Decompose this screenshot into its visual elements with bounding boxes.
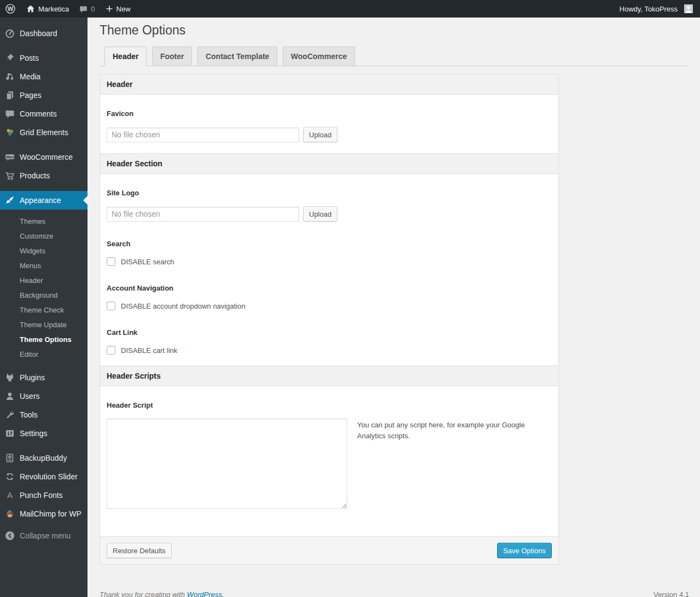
account-navigation-group: Account Navigation DISABLE account dropd… xyxy=(107,284,552,310)
home-icon xyxy=(26,4,36,14)
sidebar-item-media[interactable]: Media xyxy=(0,67,88,86)
sidebar-item-woocommerce[interactable]: Woo WooCommerce xyxy=(0,148,88,166)
submenu-item-customize[interactable]: Customize xyxy=(0,229,88,244)
sidebar-item-label: Tools xyxy=(20,410,38,419)
site-name-link[interactable]: Marketica xyxy=(21,0,74,18)
site-logo-upload-button[interactable]: Upload xyxy=(303,206,337,222)
disable-cart-link-checkbox[interactable] xyxy=(107,346,115,355)
comment-bubble-icon xyxy=(79,4,88,14)
settings-icon xyxy=(4,428,15,439)
svg-text:W: W xyxy=(7,6,13,12)
sidebar-item-revolution-slider[interactable]: Revolution Slider xyxy=(0,467,88,486)
page-title: Theme Options xyxy=(100,18,689,40)
appearance-submenu: Themes Customize Widgets Menus Header Ba… xyxy=(0,210,88,368)
save-options-button[interactable]: Save Options xyxy=(497,543,552,558)
collapse-menu-button[interactable]: Collapse menu xyxy=(0,526,88,545)
site-name-label: Marketica xyxy=(38,5,69,13)
submenu-item-theme-update[interactable]: Theme Update xyxy=(0,317,88,332)
appearance-brush-icon xyxy=(4,195,15,206)
favicon-group: Favicon Upload xyxy=(107,109,552,142)
theme-options-panel: Header Favicon Upload Header Section Sit… xyxy=(100,74,559,565)
submenu-item-themes[interactable]: Themes xyxy=(0,214,88,229)
restore-defaults-button[interactable]: Restore Defaults xyxy=(107,543,172,558)
sidebar-item-label: Users xyxy=(20,392,40,401)
site-logo-group: Site Logo Upload xyxy=(107,189,552,222)
sidebar-item-plugins[interactable]: Plugins xyxy=(0,368,88,387)
sidebar-item-posts[interactable]: Posts xyxy=(0,49,88,67)
svg-text:Woo: Woo xyxy=(6,155,14,159)
collapse-arrow-icon xyxy=(4,530,15,541)
footer-version: Version 4.1 xyxy=(654,590,689,597)
disable-search-checkbox[interactable] xyxy=(107,257,115,266)
section-body-header-section: Site Logo Upload Search DISABLE search A… xyxy=(100,174,558,366)
media-icon xyxy=(4,71,15,82)
sidebar-item-label: MailChimp for WP xyxy=(20,509,81,518)
sidebar-item-products[interactable]: Products xyxy=(0,166,88,185)
favicon-upload-button[interactable]: Upload xyxy=(303,127,337,142)
wrench-icon xyxy=(4,409,15,420)
disable-account-nav-checkbox[interactable] xyxy=(107,302,115,310)
pushpin-icon xyxy=(4,53,15,63)
submenu-item-widgets[interactable]: Widgets xyxy=(0,244,88,258)
submenu-item-background[interactable]: Background xyxy=(0,288,88,303)
tab-header[interactable]: Header xyxy=(104,47,147,66)
disable-cart-link-label: DISABLE cart link xyxy=(121,346,177,355)
section-heading-header: Header xyxy=(100,74,558,95)
pages-icon xyxy=(4,90,15,101)
header-script-textarea[interactable] xyxy=(107,419,347,509)
howdy-account-link[interactable]: Howdy, TokoPress xyxy=(615,0,700,18)
sidebar-item-label: Appearance xyxy=(20,196,61,205)
sidebar-item-label: WooCommerce xyxy=(20,153,73,161)
favicon-file-input[interactable] xyxy=(107,127,299,142)
avatar xyxy=(684,4,693,13)
sidebar-item-label: Grid Elements xyxy=(20,128,68,137)
howdy-label: Howdy, TokoPress xyxy=(620,5,678,13)
wordpress-logo-button[interactable]: W xyxy=(0,0,21,18)
site-logo-label: Site Logo xyxy=(107,189,552,197)
new-label: New xyxy=(116,5,131,13)
sidebar-item-label: Collapse menu xyxy=(20,531,71,540)
comment-count-badge: 0 xyxy=(91,5,95,13)
sidebar-item-grid-elements[interactable]: Grid Elements xyxy=(0,123,88,142)
site-logo-file-input[interactable] xyxy=(107,207,299,222)
sidebar-item-pages[interactable]: Pages xyxy=(0,86,88,105)
disable-search-label: DISABLE search xyxy=(121,258,174,266)
favicon-label: Favicon xyxy=(107,109,552,118)
sidebar-item-mailchimp[interactable]: MailChimp for WP xyxy=(0,505,88,523)
wordpress-link[interactable]: WordPress. xyxy=(187,590,224,597)
submenu-item-theme-options[interactable]: Theme Options xyxy=(0,332,88,347)
submenu-item-header[interactable]: Header xyxy=(0,273,88,288)
search-group: Search DISABLE search xyxy=(107,240,552,266)
backup-drive-icon xyxy=(4,453,15,463)
sidebar-item-appearance[interactable]: Appearance xyxy=(0,191,88,210)
wordpress-logo-icon: W xyxy=(5,3,16,14)
sidebar-item-settings[interactable]: Settings xyxy=(0,424,88,443)
refresh-arrows-icon xyxy=(4,471,15,482)
tab-woocommerce[interactable]: WooCommerce xyxy=(283,47,355,66)
submenu-item-editor[interactable]: Editor xyxy=(0,347,88,362)
user-icon xyxy=(4,391,15,402)
sidebar-item-label: Dashboard xyxy=(20,29,57,38)
section-heading-header-scripts: Header Scripts xyxy=(100,366,558,386)
sidebar-item-comments[interactable]: Comments xyxy=(0,105,88,123)
new-content-button[interactable]: New xyxy=(100,0,136,18)
mailchimp-monkey-icon xyxy=(4,508,15,519)
tab-footer[interactable]: Footer xyxy=(152,47,192,66)
admin-bar-comments-link[interactable]: 0 xyxy=(74,0,100,18)
sidebar-item-label: Settings xyxy=(20,429,48,438)
sidebar-item-tools[interactable]: Tools xyxy=(0,405,88,424)
search-label: Search xyxy=(107,240,552,248)
svg-text:A: A xyxy=(7,491,13,500)
sidebar-item-users[interactable]: Users xyxy=(0,387,88,405)
sidebar-item-label: BackupBuddy xyxy=(20,454,67,462)
sidebar-item-backupbuddy[interactable]: BackupBuddy xyxy=(0,449,88,467)
woocommerce-icon: Woo xyxy=(4,152,15,163)
footer-thanks-text: Thank you for creating with WordPress. xyxy=(100,590,224,597)
tab-contact-template[interactable]: Contact Template xyxy=(197,47,277,66)
submenu-item-theme-check[interactable]: Theme Check xyxy=(0,303,88,317)
account-navigation-label: Account Navigation xyxy=(107,284,552,292)
sidebar-item-punch-fonts[interactable]: A Punch Fonts xyxy=(0,486,88,505)
sidebar-item-dashboard[interactable]: Dashboard xyxy=(0,24,88,43)
plus-icon xyxy=(105,4,114,13)
submenu-item-menus[interactable]: Menus xyxy=(0,258,88,273)
